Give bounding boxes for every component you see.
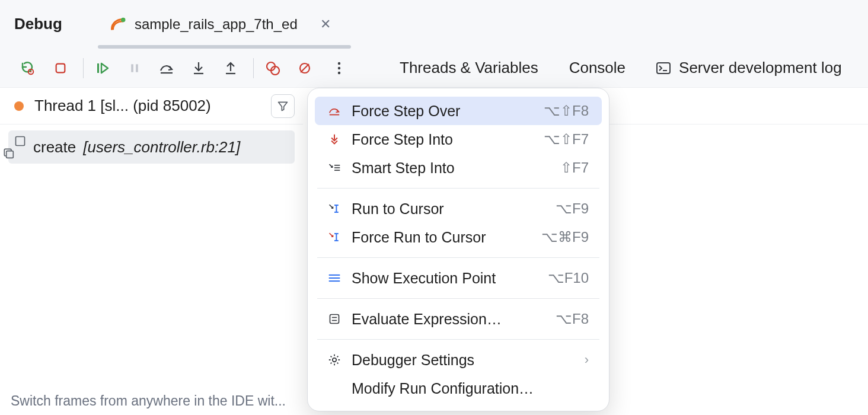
menu-item-force-step-over[interactable]: Force Step Over⌥⇧F8 xyxy=(315,97,602,125)
menu-item-force-step-into[interactable]: Force Step Into⌥⇧F7 xyxy=(315,125,602,154)
rails-icon xyxy=(110,16,126,33)
svg-rect-40 xyxy=(330,315,339,324)
show-exec-point-icon xyxy=(326,273,343,283)
pause-icon xyxy=(123,56,146,80)
tab-console[interactable]: Console xyxy=(569,59,626,77)
force-run-to-cursor-icon xyxy=(326,231,343,243)
run-config-name: sample_rails_app_7th_ed xyxy=(135,16,298,33)
svg-rect-4 xyxy=(97,63,99,73)
filter-icon[interactable] xyxy=(271,94,295,118)
tab-threads-variables[interactable]: Threads & Variables xyxy=(400,59,538,77)
debug-tabs: Threads & Variables Console Server devel… xyxy=(400,59,842,77)
settings-icon xyxy=(326,353,343,366)
frame-icon xyxy=(14,135,26,159)
frame-method: create xyxy=(33,138,76,157)
svg-point-2 xyxy=(30,71,32,72)
menu-separator xyxy=(317,257,599,258)
step-into-icon[interactable] xyxy=(187,56,210,80)
terminal-icon xyxy=(656,62,671,74)
stack-frame-row[interactable]: create [users_controller.rb:21] xyxy=(8,130,295,164)
thread-label: Thread 1 [sl... (pid 85002) xyxy=(34,97,211,115)
separator xyxy=(83,58,84,78)
svg-rect-19 xyxy=(657,63,670,74)
svg-point-43 xyxy=(333,358,336,362)
smart-step-into-icon xyxy=(326,162,343,173)
run-config-tab[interactable]: sample_rails_app_7th_ed ✕ xyxy=(110,0,331,49)
menu-item-shortcut: ⌥F9 xyxy=(556,200,589,217)
menu-item-label: Force Step Over xyxy=(352,103,544,120)
more-icon[interactable] xyxy=(327,56,351,80)
thread-row[interactable]: Thread 1 [sl... (pid 85002) xyxy=(0,88,303,124)
menu-item-shortcut: ⇧F7 xyxy=(560,159,589,176)
menu-item-modify-run-configuration[interactable]: Modify Run Configuration… xyxy=(315,374,602,403)
frames-panel: Thread 1 [sl... (pid 85002) create [user… xyxy=(0,88,304,415)
svg-point-17 xyxy=(338,66,340,69)
rerun-icon[interactable] xyxy=(17,56,40,80)
step-out-icon[interactable] xyxy=(219,56,242,80)
menu-item-shortcut: ⌥⇧F7 xyxy=(544,131,589,148)
force-step-over-icon xyxy=(326,106,343,116)
hint-text: Switch frames from anywhere in the IDE w… xyxy=(11,393,286,409)
menu-item-shortcut: ⌥⌘F9 xyxy=(541,229,589,245)
menu-item-label: Debugger Settings xyxy=(352,352,585,369)
run-to-cursor-icon xyxy=(326,203,343,215)
menu-item-label: Show Execution Point xyxy=(352,270,548,287)
chevron-right-icon: › xyxy=(585,352,589,368)
svg-rect-6 xyxy=(136,64,138,72)
tab-server-log-label: Server development log xyxy=(679,59,842,77)
debug-toolbar: Threads & Variables Console Server devel… xyxy=(0,49,868,88)
frame-location: [users_controller.rb:21] xyxy=(83,138,240,157)
svg-point-0 xyxy=(121,17,125,21)
svg-rect-21 xyxy=(16,137,25,146)
menu-item-label: Smart Step Into xyxy=(352,159,560,177)
menu-item-shortcut: ⌥F10 xyxy=(548,270,589,286)
menu-item-label: Evaluate Expression… xyxy=(352,311,556,328)
mute-breakpoints-icon[interactable] xyxy=(293,56,317,80)
debug-actions-menu: Force Step Over⌥⇧F8Force Step Into⌥⇧F7Sm… xyxy=(307,88,609,411)
force-step-into-icon xyxy=(326,133,343,145)
menu-item-force-run-to-cursor[interactable]: Force Run to Cursor⌥⌘F9 xyxy=(315,223,602,251)
menu-item-debugger-settings[interactable]: Debugger Settings› xyxy=(315,346,602,374)
title-bar: Debug sample_rails_app_7th_ed ✕ xyxy=(0,0,868,49)
stop-icon[interactable] xyxy=(49,56,72,80)
menu-item-show-execution-point[interactable]: Show Execution Point⌥F10 xyxy=(315,264,602,292)
menu-item-label: Force Run to Cursor xyxy=(352,229,541,246)
menu-item-shortcut: ⌥F8 xyxy=(556,311,589,327)
menu-item-smart-step-into[interactable]: Smart Step Into⇧F7 xyxy=(315,154,602,182)
evaluate-icon xyxy=(326,313,343,325)
menu-separator xyxy=(317,298,599,299)
menu-item-evaluate-expression[interactable]: Evaluate Expression…⌥F8 xyxy=(315,305,602,333)
menu-item-label: Run to Cursor xyxy=(352,200,556,218)
menu-item-shortcut: ⌥⇧F8 xyxy=(544,103,589,119)
svg-point-18 xyxy=(338,71,340,74)
tab-underline xyxy=(98,45,351,49)
tab-server-log[interactable]: Server development log xyxy=(656,59,842,77)
step-over-icon[interactable] xyxy=(155,56,178,80)
menu-item-run-to-cursor[interactable]: Run to Cursor⌥F9 xyxy=(315,194,602,223)
svg-rect-3 xyxy=(56,63,65,72)
svg-point-16 xyxy=(338,62,340,64)
menu-item-label: Force Step Into xyxy=(352,131,544,148)
debug-title: Debug xyxy=(14,15,62,33)
view-breakpoints-icon[interactable] xyxy=(261,56,285,80)
resume-icon[interactable] xyxy=(91,56,114,80)
menu-separator xyxy=(317,188,599,189)
svg-rect-5 xyxy=(131,64,133,72)
thread-status-dot xyxy=(14,101,24,111)
separator xyxy=(253,58,254,78)
menu-separator xyxy=(317,339,599,340)
close-tab-icon[interactable]: ✕ xyxy=(320,17,331,32)
svg-rect-23 xyxy=(17,138,23,144)
menu-item-label: Modify Run Configuration… xyxy=(352,380,589,397)
svg-rect-25 xyxy=(7,151,14,158)
